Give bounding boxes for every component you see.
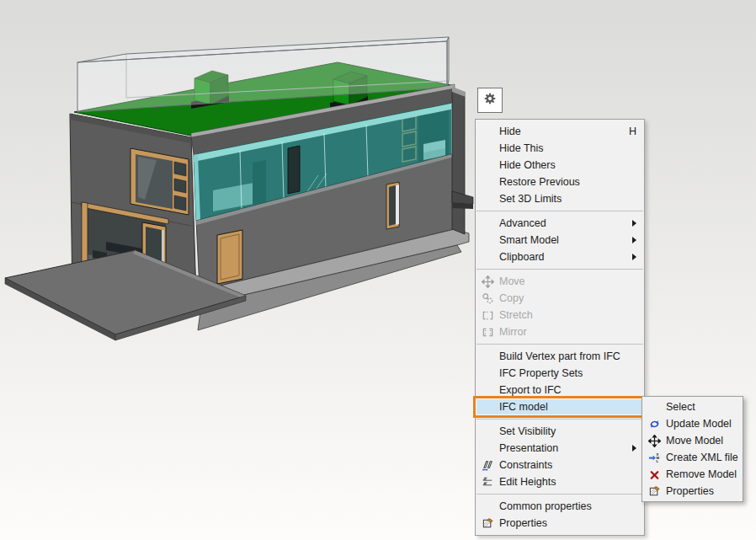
icon-spacer — [479, 500, 496, 513]
menu-item-ifc-property-sets[interactable]: IFC Property Sets — [476, 365, 644, 382]
menu-item-edit-heights[interactable]: Edit Heights — [476, 473, 644, 490]
menu-item-advanced[interactable]: Advanced — [476, 215, 644, 232]
icon-spacer — [479, 217, 496, 230]
menu-item-presentation[interactable]: Presentation — [476, 440, 644, 457]
svg-text:L: L — [656, 459, 658, 463]
menu-separator — [476, 269, 643, 270]
context-menu: Hide H Hide This Hide Others Restore Pre… — [475, 119, 645, 536]
submenu-arrow-icon — [632, 237, 636, 243]
menu-item-hide[interactable]: Hide H — [476, 123, 644, 140]
submenu-arrow-icon — [632, 220, 636, 227]
create-xml-file-icon: X M L — [646, 451, 663, 464]
view-options-button[interactable] — [477, 88, 503, 113]
right-end-face — [452, 87, 473, 234]
menu-item-constraints[interactable]: Constraints — [476, 457, 644, 473]
application-window: Hide H Hide This Hide Others Restore Pre… — [0, 0, 756, 540]
submenu-item-create-xml-file[interactable]: X M L Create XML file — [642, 449, 743, 466]
menu-item-properties[interactable]: Properties — [476, 515, 644, 532]
mirror-icon — [479, 325, 496, 339]
icon-spacer — [479, 250, 496, 264]
menu-item-common-properties[interactable]: Common properties — [476, 498, 644, 515]
menu-separator — [476, 494, 643, 495]
icon-spacer — [479, 366, 496, 380]
icon-spacer — [479, 125, 496, 138]
icon-spacer — [479, 400, 496, 414]
menu-item-clipboard[interactable]: Clipboard — [476, 249, 644, 265]
properties-icon — [646, 484, 663, 498]
constraints-icon — [479, 458, 496, 472]
icon-spacer — [479, 383, 496, 397]
shortcut-key: H — [629, 126, 636, 137]
menu-item-build-vertex-part-from-ifc[interactable]: Build Vertex part from IFC — [476, 348, 644, 365]
icon-spacer — [479, 425, 496, 438]
menu-item-smart-model[interactable]: Smart Model — [476, 232, 644, 249]
icon-spacer — [479, 158, 496, 172]
icon-spacer — [479, 192, 496, 206]
ifc-model-submenu: Select Update Model Move Mo — [642, 396, 743, 502]
icon-spacer — [479, 142, 496, 155]
submenu-item-remove-model[interactable]: Remove Model — [642, 466, 743, 483]
update-model-icon — [646, 417, 663, 430]
submenu-arrow-icon — [632, 254, 636, 260]
icon-spacer — [479, 350, 496, 363]
icon-spacer — [479, 233, 496, 247]
submenu-item-update-model[interactable]: Update Model — [642, 415, 743, 432]
menu-separator — [476, 419, 643, 420]
menu-item-hide-others[interactable]: Hide Others — [476, 157, 644, 174]
menu-separator — [476, 344, 643, 345]
submenu-item-select[interactable]: Select — [642, 398, 743, 415]
gear-icon — [482, 90, 498, 110]
move-model-icon — [646, 434, 663, 447]
menu-item-stretch: Stretch — [476, 307, 644, 323]
menu-item-restore-previous[interactable]: Restore Previous — [476, 174, 644, 190]
move-icon — [479, 275, 496, 288]
stretch-icon — [479, 308, 496, 322]
submenu-arrow-icon — [632, 445, 636, 452]
menu-item-mirror: Mirror — [476, 323, 644, 340]
submenu-item-properties[interactable]: Properties — [642, 483, 743, 500]
icon-spacer — [479, 175, 496, 189]
menu-item-set-visibility[interactable]: Set Visibility — [476, 423, 644, 440]
menu-separator — [476, 211, 643, 211]
icon-spacer — [646, 400, 663, 414]
edit-heights-icon — [479, 475, 496, 489]
menu-item-move: Move — [476, 273, 644, 290]
remove-model-icon — [646, 468, 663, 481]
menu-item-hide-this[interactable]: Hide This — [476, 140, 644, 157]
menu-item-set-3d-limits[interactable]: Set 3D Limits — [476, 190, 644, 207]
copy-icon — [479, 291, 496, 305]
properties-icon — [479, 516, 496, 530]
submenu-item-move-model[interactable]: Move Model — [642, 432, 743, 449]
menu-item-copy: Copy — [476, 290, 644, 307]
menu-item-ifc-model[interactable]: IFC model — [476, 398, 644, 415]
icon-spacer — [479, 441, 496, 455]
